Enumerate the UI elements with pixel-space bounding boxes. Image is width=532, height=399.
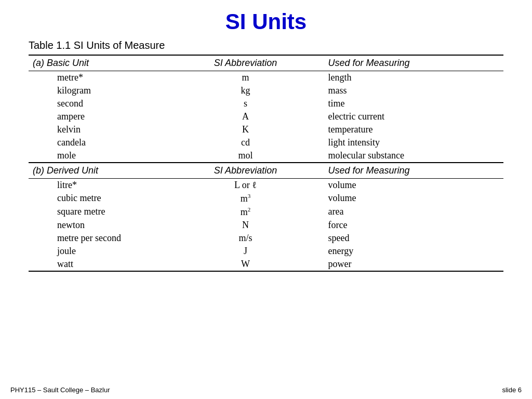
table-row: candela cd light intensity (29, 136, 503, 149)
abbr-N: N (173, 219, 317, 232)
section-a-label: (a) Basic Unit (29, 55, 173, 71)
table-row: second s time (29, 97, 503, 110)
unit-cubic-metre: cubic metre (29, 192, 173, 205)
abbr-W: W (173, 258, 317, 271)
unit-candela: candela (29, 136, 173, 149)
footer-right: slide 6 (502, 386, 522, 394)
table-row: newton N force (29, 219, 503, 232)
table-row: metre per second m/s speed (29, 232, 503, 245)
table-row: joule J energy (29, 245, 503, 258)
use-length: length (318, 71, 503, 85)
section-b-use-header: Used for Measuring (318, 163, 503, 179)
table-row: cubic metre m3 volume (29, 192, 503, 205)
section-b-header-row: (b) Derived Unit SI Abbreviation Used fo… (29, 163, 503, 179)
use-power: power (318, 258, 503, 271)
table-row: ampere A electric current (29, 110, 503, 123)
abbr-mol: mol (173, 149, 317, 163)
use-area: area (318, 205, 503, 219)
unit-kelvin: kelvin (29, 123, 173, 136)
abbr-m3: m3 (173, 192, 317, 205)
unit-square-metre: square metre (29, 205, 173, 219)
abbr-ms: m/s (173, 232, 317, 245)
use-energy: energy (318, 245, 503, 258)
unit-newton: newton (29, 219, 173, 232)
use-electric-current: electric current (318, 110, 503, 123)
table-row: mole mol molecular substance (29, 149, 503, 163)
table-row: kilogram kg mass (29, 84, 503, 97)
unit-joule: joule (29, 245, 173, 258)
unit-watt: watt (29, 258, 173, 271)
table-title: Table 1.1 SI Units of Measure (29, 39, 503, 51)
table-row: kelvin K temperature (29, 123, 503, 136)
abbr-cd: cd (173, 136, 317, 149)
table-row: watt W power (29, 258, 503, 271)
unit-second: second (29, 97, 173, 110)
use-mass: mass (318, 84, 503, 97)
use-force: force (318, 219, 503, 232)
unit-litre: litre* (29, 179, 173, 192)
table-row: litre* L or ℓ volume (29, 179, 503, 192)
abbr-A: A (173, 110, 317, 123)
use-light-intensity: light intensity (318, 136, 503, 149)
unit-metre: metre* (29, 71, 173, 85)
abbr-kg: kg (173, 84, 317, 97)
abbr-L: L or ℓ (173, 179, 317, 192)
page-title: SI Units (0, 0, 532, 39)
use-speed: speed (318, 232, 503, 245)
footer: PHY115 – Sault College – Bazlur slide 6 (0, 386, 532, 394)
use-time: time (318, 97, 503, 110)
use-temperature: temperature (318, 123, 503, 136)
abbr-s: s (173, 97, 317, 110)
si-units-table: (a) Basic Unit SI Abbreviation Used for … (29, 55, 503, 272)
table-row: metre* m length (29, 71, 503, 85)
abbr-J: J (173, 245, 317, 258)
use-volume-litre: volume (318, 179, 503, 192)
unit-kilogram: kilogram (29, 84, 173, 97)
footer-left: PHY115 – Sault College – Bazlur (10, 386, 110, 394)
section-a-abbr-header: SI Abbreviation (173, 55, 317, 71)
abbr-K: K (173, 123, 317, 136)
use-volume-cubic: volume (318, 192, 503, 205)
abbr-m2: m2 (173, 205, 317, 219)
section-b-abbr-header: SI Abbreviation (173, 163, 317, 179)
unit-ampere: ampere (29, 110, 173, 123)
use-molecular-substance: molecular substance (318, 149, 503, 163)
abbr-m: m (173, 71, 317, 85)
table-row: square metre m2 area (29, 205, 503, 219)
unit-mole: mole (29, 149, 173, 163)
section-a-use-header: Used for Measuring (318, 55, 503, 71)
unit-metre-per-second: metre per second (29, 232, 173, 245)
section-b-label: (b) Derived Unit (29, 163, 173, 179)
